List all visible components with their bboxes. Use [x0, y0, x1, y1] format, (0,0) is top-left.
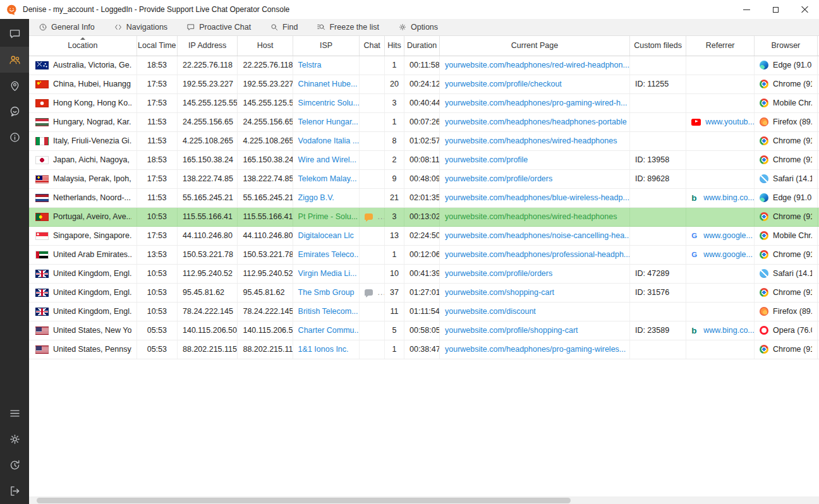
sidebar-item-history[interactable]	[0, 452, 29, 478]
browser-text: Chrome (91...	[773, 80, 812, 88]
isp-link[interactable]: British Telecom...	[298, 307, 358, 316]
toolbar-find[interactable]: Find	[270, 23, 298, 32]
referrer-link[interactable]: www.google...	[703, 231, 753, 240]
current-page-link[interactable]: yourwebsite.com/profile/orders	[445, 269, 552, 278]
sidebar-item-proactive-chat[interactable]	[0, 99, 29, 124]
current-page-link[interactable]: yourwebsite.com/headphones/noise-cancell…	[445, 231, 629, 240]
isp-link[interactable]: Wire and Wirel...	[298, 155, 356, 164]
current-page-link[interactable]: yourwebsite.com/headphones/wired-headpho…	[445, 212, 617, 221]
current-page-link[interactable]: yourwebsite.com/shopping-cart	[445, 288, 554, 297]
visitor-row[interactable]: United States, New Yo...05:53140.115.206…	[29, 321, 819, 340]
visitor-row[interactable]: United Kingdom, Engl...10:5378.24.222.14…	[29, 302, 819, 321]
horizontal-scrollbar[interactable]	[29, 496, 819, 504]
location-text: Hungary, Nograd, Kar...	[53, 117, 131, 126]
referrer-link[interactable]: www.youtub...	[705, 117, 754, 126]
isp-link[interactable]: Telekom Malay...	[298, 174, 357, 183]
referrer-link[interactable]: www.bing.co...	[703, 326, 754, 335]
column-header-browser[interactable]: Browser	[755, 36, 818, 56]
isp-link[interactable]: The Smb Group	[298, 288, 355, 297]
isp-link[interactable]: Digitalocean Llc	[298, 231, 354, 240]
location-text: Netherlands, Noord-...	[53, 193, 131, 202]
column-header-chat[interactable]: Chat	[360, 36, 384, 56]
current-page-link[interactable]: yourwebsite.com/headphones/headphones-po…	[445, 117, 627, 126]
referrer-link[interactable]: www.google...	[703, 250, 753, 259]
current-page-link[interactable]: yourwebsite.com/headphones/wired-headpho…	[445, 136, 617, 145]
visitor-row[interactable]: United Kingdom, Engl...10:53112.95.240.5…	[29, 264, 819, 283]
host-cell: 44.110.246.80	[238, 226, 293, 245]
sidebar-item-logout[interactable]	[0, 478, 29, 504]
sidebar-item-settings[interactable]	[0, 426, 29, 452]
isp-cell: Chinanet Hube...	[293, 75, 360, 93]
browser-cell: Safari (14.1)	[755, 264, 818, 283]
referrer-link[interactable]: www.bing.co...	[703, 193, 754, 202]
column-header-label: Referrer	[706, 41, 735, 50]
isp-link[interactable]: Ziggo B.V.	[298, 193, 334, 202]
scrollbar-thumb[interactable]	[37, 498, 571, 503]
visitor-row[interactable]: Singapore, Singapore...17:5344.110.246.8…	[29, 226, 819, 245]
column-header-ip-address[interactable]: IP Address	[178, 36, 238, 56]
visitor-row[interactable]: Japan, Aichi, Nagoya, ...18:53165.150.38…	[29, 150, 819, 169]
sidebar-item-chats[interactable]	[0, 21, 29, 47]
column-header-isp[interactable]: ISP	[293, 36, 360, 56]
close-button[interactable]	[790, 0, 819, 19]
host-cell: 88.202.215.115	[238, 340, 293, 359]
current-page-cell: yourwebsite.com/headphones/wired-headpho…	[440, 207, 630, 226]
ip-address-cell: 112.95.240.52	[178, 264, 238, 283]
sidebar-item-visitors[interactable]	[0, 47, 29, 73]
visitor-row[interactable]: United Kingdom, Engl...10:5395.45.81.629…	[29, 283, 819, 302]
isp-link[interactable]: Telstra	[298, 61, 322, 69]
current-page-link[interactable]: yourwebsite.com/discount	[445, 307, 536, 316]
minimize-button[interactable]	[732, 0, 761, 19]
visitor-row[interactable]: China, Hubei, Huangg...17:53192.55.23.22…	[29, 75, 819, 93]
current-page-link[interactable]: yourwebsite.com/headphones/red-wired-hea…	[445, 61, 629, 69]
toolbar-options[interactable]: Options	[398, 23, 438, 32]
visitor-row[interactable]: United States, Pennsy...05:5388.202.215.…	[29, 340, 819, 359]
visitor-row[interactable]: Australia, Victoria, Ge...18:5322.225.76…	[29, 56, 819, 75]
isp-link[interactable]: Emirates Teleco...	[298, 250, 360, 259]
sidebar-item-info[interactable]	[0, 124, 29, 150]
visitor-row[interactable]: Hungary, Nograd, Kar...11:5324.255.156.6…	[29, 112, 819, 131]
column-header-hits[interactable]: Hits	[384, 36, 404, 56]
isp-link[interactable]: Telenor Hungar...	[298, 117, 358, 126]
isp-link[interactable]: Simcentric Solu...	[298, 99, 360, 107]
column-header-location[interactable]: Location	[29, 36, 136, 56]
isp-link[interactable]: Chinanet Hube...	[298, 80, 358, 88]
current-page-link[interactable]: yourwebsite.com/profile/orders	[445, 174, 552, 183]
toolbar-proactive-chat[interactable]: Proactive Chat	[186, 23, 251, 32]
sidebar-item-geo-location[interactable]	[0, 73, 29, 99]
column-header-local-time[interactable]: Local Time	[136, 36, 177, 56]
table-header-row: LocationLocal TimeIP AddressHostISPChatH…	[29, 36, 819, 56]
column-header-referrer[interactable]: Referrer	[686, 36, 755, 56]
current-page-link[interactable]: yourwebsite.com/headphones/pro-gaming-wi…	[445, 99, 627, 107]
visitor-row[interactable]: Malaysia, Perak, Ipoh, ...17:53138.222.7…	[29, 169, 819, 188]
browser-cell: Mobile Chr...	[755, 226, 818, 245]
toolbar-freeze-list[interactable]: Freeze the list	[317, 23, 379, 32]
current-page-link[interactable]: yourwebsite.com/headphones/blue-wireless…	[445, 193, 629, 202]
isp-link[interactable]: Virgin Media Li...	[298, 269, 357, 278]
current-page-link[interactable]: yourwebsite.com/profile	[445, 155, 528, 164]
current-page-link[interactable]: yourwebsite.com/profile/checkout	[445, 80, 562, 88]
current-page-link[interactable]: yourwebsite.com/profile/shopping-cart	[445, 326, 578, 335]
current-page-link[interactable]: yourwebsite.com/headphones/pro-gaming-wi…	[445, 345, 626, 354]
isp-link[interactable]: 1&1 Ionos Inc.	[298, 345, 349, 354]
toolbar-navigations[interactable]: Navigations	[114, 23, 167, 32]
visitor-row[interactable]: Netherlands, Noord-...11:5355.165.245.21…	[29, 188, 819, 207]
isp-link[interactable]: Pt Prime - Solu...	[298, 212, 358, 221]
maximize-button[interactable]	[761, 0, 790, 19]
custom-fields-cell	[629, 188, 686, 207]
current-page-link[interactable]: yourwebsite.com/headphones/professional-…	[445, 250, 629, 259]
visitor-row[interactable]: Italy, Friuli-Venezia Gi...11:534.225.10…	[29, 131, 819, 150]
isp-link[interactable]: Vodafone Italia ...	[298, 136, 360, 145]
visitor-row[interactable]: Hong Kong, Hong Ko...17:53145.255.125.55…	[29, 93, 819, 112]
column-header-custom-fileds[interactable]: Custom fileds	[629, 36, 686, 56]
visitor-row[interactable]: Portugal, Aveiro, Ave...10:53115.55.166.…	[29, 207, 819, 226]
toolbar-general-info[interactable]: General Info	[39, 23, 95, 32]
column-header-current-page[interactable]: Current Page	[440, 36, 630, 56]
custom-fields-cell	[629, 131, 686, 150]
column-header-host[interactable]: Host	[238, 36, 293, 56]
column-header-duration[interactable]: Duration	[404, 36, 439, 56]
isp-link[interactable]: Charter Commu...	[298, 326, 360, 335]
sidebar-item-menu[interactable]	[0, 400, 29, 426]
visitor-row[interactable]: United Arab Emirates...13:53150.53.221.7…	[29, 245, 819, 264]
custom-fields-cell: ID: 31576	[629, 283, 686, 302]
